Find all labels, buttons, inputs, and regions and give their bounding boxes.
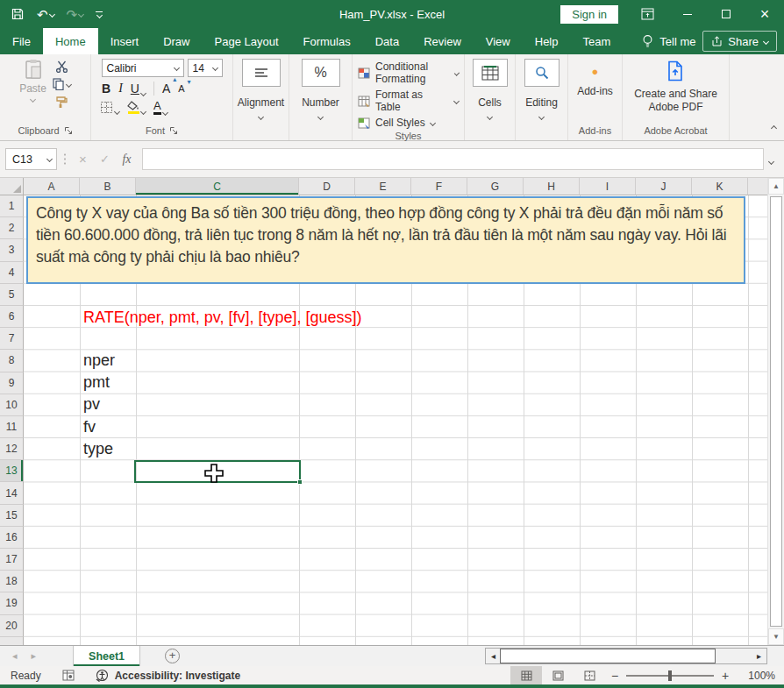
copy-button[interactable] <box>53 78 71 90</box>
shrink-font-button[interactable]: A <box>178 83 184 94</box>
column-header[interactable]: G <box>467 178 524 195</box>
undo-button[interactable]: ↶ <box>37 8 54 21</box>
ribbon-tab[interactable]: Page Layout <box>203 28 291 54</box>
save-icon[interactable] <box>11 7 25 21</box>
row-header[interactable]: 10 <box>0 394 24 416</box>
parameter-label[interactable]: pv <box>83 394 115 415</box>
cancel-icon[interactable]: × <box>73 149 93 170</box>
ribbon-tab[interactable]: Formulas <box>291 28 363 54</box>
font-dialog-launcher-icon[interactable] <box>169 126 178 135</box>
ribbon-display-options-icon[interactable] <box>641 8 654 20</box>
problem-note-textbox[interactable]: Công ty X vay của ông Ba số tiền 300 tri… <box>26 196 745 284</box>
cells-button[interactable]: Cells <box>473 59 508 119</box>
page-break-preview-button[interactable] <box>574 666 605 684</box>
row-header[interactable]: 6 <box>0 306 24 328</box>
ribbon-tab[interactable]: Team <box>571 28 624 54</box>
bold-button[interactable]: B <box>102 82 110 96</box>
parameter-label[interactable]: fv <box>83 416 115 438</box>
zoom-in-button[interactable]: + <box>716 669 735 683</box>
font-size-select[interactable]: 14 <box>188 59 223 77</box>
row-header[interactable]: 5 <box>0 284 24 306</box>
column-header[interactable]: H <box>524 178 580 195</box>
page-layout-view-button[interactable] <box>542 666 574 684</box>
row-header[interactable]: 12 <box>0 438 24 460</box>
ribbon-tab[interactable]: Review <box>411 28 474 54</box>
vertical-scroll-thumb[interactable] <box>770 196 782 627</box>
cell-grid[interactable]: Công ty X vay của ông Ba số tiền 300 tri… <box>24 195 767 645</box>
zoom-out-button[interactable]: − <box>605 669 624 683</box>
font-color-button[interactable]: A <box>153 100 167 115</box>
row-header[interactable]: 9 <box>0 372 24 394</box>
column-header[interactable]: C <box>136 178 299 195</box>
select-all-corner[interactable] <box>0 178 24 195</box>
scroll-left-icon[interactable]: ◂ <box>486 649 501 663</box>
italic-button[interactable]: I <box>118 82 123 96</box>
minimize-button[interactable] <box>668 0 707 28</box>
ribbon-tab[interactable]: Data <box>363 28 411 54</box>
number-button[interactable]: % Number <box>302 59 340 119</box>
column-header[interactable]: K <box>692 178 748 195</box>
column-header[interactable]: B <box>80 178 136 195</box>
column-header[interactable]: F <box>411 178 467 195</box>
row-header[interactable]: 2 <box>0 217 24 239</box>
column-header[interactable]: I <box>580 178 636 195</box>
row-header[interactable]: 20 <box>0 615 24 637</box>
row-header[interactable]: 16 <box>0 527 24 549</box>
row-header[interactable]: 1 <box>0 195 24 217</box>
row-header[interactable]: 13 <box>0 460 24 482</box>
horizontal-scroll-thumb[interactable] <box>500 649 716 663</box>
ribbon-tab[interactable]: Draw <box>151 28 202 54</box>
maximize-button[interactable] <box>707 0 745 28</box>
enter-icon[interactable]: ✓ <box>95 149 115 170</box>
row-header[interactable]: 3 <box>0 239 24 261</box>
borders-button[interactable] <box>100 101 119 114</box>
parameter-label[interactable]: nper <box>83 350 115 372</box>
paste-button[interactable]: Paste <box>19 59 46 108</box>
row-header[interactable]: 14 <box>0 482 24 504</box>
column-header[interactable]: J <box>636 178 692 195</box>
formula-input[interactable] <box>142 148 764 170</box>
column-header[interactable]: A <box>24 178 80 195</box>
parameter-label[interactable]: type <box>83 438 115 460</box>
column-header[interactable]: E <box>355 178 411 195</box>
cut-icon[interactable] <box>55 60 68 73</box>
zoom-slider[interactable] <box>626 675 714 677</box>
collapse-ribbon-button[interactable] <box>772 118 776 134</box>
fill-color-button[interactable] <box>127 101 146 114</box>
column-header[interactable]: D <box>299 178 355 195</box>
expand-formula-bar-icon[interactable] <box>764 152 779 167</box>
scroll-right-icon[interactable]: ▸ <box>752 649 766 663</box>
addins-button[interactable]: ● Add-ins <box>577 66 613 97</box>
new-sheet-button[interactable]: + <box>165 649 180 663</box>
ribbon-tab[interactable]: View <box>474 28 523 54</box>
tell-me[interactable]: Tell me <box>642 28 695 54</box>
accessibility-status[interactable]: Accessibility: Investigate <box>96 669 240 682</box>
sign-in-button[interactable]: Sign in <box>560 5 618 24</box>
underline-button[interactable]: U <box>131 82 146 96</box>
normal-view-button[interactable] <box>510 666 542 684</box>
row-header[interactable]: 4 <box>0 262 24 284</box>
format-as-table-button[interactable]: Format as Table <box>358 89 459 113</box>
horizontal-scrollbar[interactable]: ◂ ▸ <box>485 648 767 664</box>
customize-quick-access-icon[interactable] <box>96 11 103 18</box>
row-header[interactable]: 19 <box>0 592 24 614</box>
ribbon-tab[interactable]: Insert <box>98 28 152 54</box>
macro-record-icon[interactable] <box>62 670 75 681</box>
insert-function-button[interactable]: fx <box>117 149 137 170</box>
name-box[interactable]: C13 <box>5 148 57 170</box>
previous-sheet-icon[interactable]: ◂ <box>12 650 18 662</box>
row-header[interactable]: 17 <box>0 549 24 571</box>
ribbon-tab[interactable]: File <box>0 28 43 54</box>
font-name-select[interactable]: Calibri <box>102 59 184 77</box>
row-header[interactable]: 15 <box>0 505 24 527</box>
zoom-slider-thumb[interactable] <box>668 670 672 681</box>
next-sheet-icon[interactable]: ▸ <box>32 650 37 662</box>
row-header[interactable]: 7 <box>0 328 24 350</box>
sheet-tab-active[interactable]: Sheet1 <box>73 646 140 666</box>
format-painter-icon[interactable] <box>55 96 68 108</box>
row-header[interactable]: 8 <box>0 350 24 372</box>
parameter-label[interactable]: pmt <box>83 372 115 394</box>
ribbon-tab[interactable]: Home <box>43 28 98 54</box>
editing-button[interactable]: Editing <box>524 59 559 119</box>
row-header[interactable]: 11 <box>0 416 24 438</box>
